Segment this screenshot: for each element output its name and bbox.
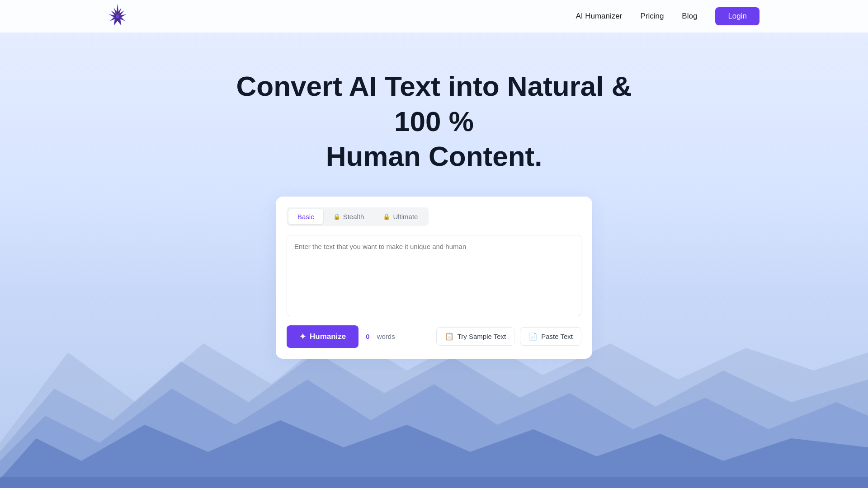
ultimate-lock-icon: 🔒 [383, 213, 390, 220]
stealth-lock-icon: 🔒 [333, 213, 340, 220]
logo[interactable] [108, 4, 127, 29]
tab-basic[interactable]: Basic [288, 209, 323, 224]
right-actions: 📋 Try Sample Text 📄 Paste Text [436, 327, 581, 346]
logo-icon [108, 4, 127, 29]
tab-ultimate-label: Ultimate [393, 213, 418, 221]
login-button[interactable]: Login [715, 7, 760, 25]
hero-title: Convert AI Text into Natural & 100 % Hum… [231, 69, 637, 174]
nav-link-blog[interactable]: Blog [682, 12, 697, 21]
word-count: 0 [366, 333, 369, 340]
paste-text-button[interactable]: 📄 Paste Text [520, 327, 581, 346]
bottom-bar: ✦ Humanize 0 words 📋 Try Sample Text 📄 P… [287, 325, 581, 348]
nav-link-pricing[interactable]: Pricing [640, 12, 664, 21]
svg-rect-0 [0, 477, 868, 488]
humanize-sparkle-icon: ✦ [299, 332, 306, 342]
main-card: Basic 🔒 Stealth 🔒 Ultimate ✦ Humanize 0 … [276, 197, 592, 359]
paste-text-label: Paste Text [541, 333, 573, 340]
humanize-button-label: Humanize [310, 332, 346, 341]
tab-basic-label: Basic [297, 213, 314, 221]
tab-stealth-label: Stealth [343, 213, 364, 221]
word-label: words [377, 333, 395, 340]
text-input[interactable] [287, 235, 581, 316]
nav-links: AI Humanizer Pricing Blog Login [576, 7, 760, 25]
tab-ultimate[interactable]: 🔒 Ultimate [374, 209, 427, 224]
navbar: AI Humanizer Pricing Blog Login [0, 0, 868, 33]
hero-section: Convert AI Text into Natural & 100 % Hum… [0, 33, 868, 359]
humanize-button[interactable]: ✦ Humanize [287, 325, 359, 348]
try-sample-icon: 📋 [445, 332, 454, 341]
tab-group: Basic 🔒 Stealth 🔒 Ultimate [287, 207, 429, 226]
nav-link-ai-humanizer[interactable]: AI Humanizer [576, 12, 622, 21]
tab-stealth[interactable]: 🔒 Stealth [324, 209, 373, 224]
paste-text-icon: 📄 [528, 332, 538, 341]
try-sample-button[interactable]: 📋 Try Sample Text [436, 327, 515, 346]
left-actions: ✦ Humanize 0 words [287, 325, 395, 348]
svg-point-1 [116, 14, 119, 18]
try-sample-label: Try Sample Text [458, 333, 506, 340]
